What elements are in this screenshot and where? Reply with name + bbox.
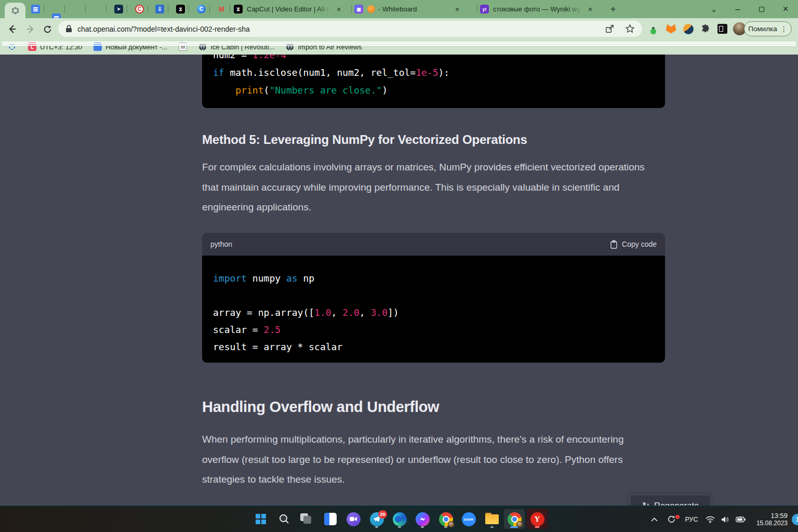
bookmarks-bar: L UTC+3: 12:30 Новый документ -... M Ice… [0, 39, 798, 55]
widgets-app-button[interactable] [320, 509, 341, 529]
lock-icon [65, 25, 72, 33]
tab-whiteboard[interactable]: ▣ - Whiteboard × [354, 0, 476, 18]
folder-icon [485, 514, 499, 524]
language-indicator[interactable]: РУС [681, 516, 702, 523]
doc-icon [94, 43, 102, 51]
capcut-favicon: ⧖ [234, 5, 243, 14]
tab-close-icon[interactable]: × [586, 5, 595, 14]
tab-title: - Whiteboard [378, 5, 448, 13]
date-label: 15.08.2023 [749, 520, 788, 527]
wifi-icon[interactable] [702, 516, 718, 523]
notification-button[interactable]: 1 [788, 514, 798, 525]
edge-button[interactable] [389, 509, 410, 529]
pinned-tab-chatgpt-active[interactable] [5, 3, 25, 18]
tab-separator [477, 5, 477, 13]
search-button[interactable] [274, 509, 295, 529]
forward-button[interactable] [25, 23, 36, 35]
pinned-tab-c-icon[interactable]: C [197, 5, 206, 14]
emoji-icon [367, 5, 375, 13]
chrome-active-button[interactable] [504, 509, 525, 529]
video-camera-icon [347, 512, 361, 526]
profile-mini-avatar [516, 521, 523, 528]
running-indicator [535, 526, 540, 528]
tab-yandex-search[interactable]: y! стоковые фото — Wyniki wyszuk × [480, 0, 602, 18]
copy-code-label: Copy code [622, 240, 657, 248]
sync-tray-icon[interactable] [662, 515, 681, 524]
back-button[interactable] [6, 23, 18, 35]
url-text: chat.openai.com/?model=text-davinci-002-… [77, 25, 250, 33]
zoom-app-button[interactable]: zoom [458, 509, 479, 529]
tab-close-icon[interactable]: × [453, 5, 462, 14]
maximize-button[interactable] [750, 0, 773, 18]
pinned-tab-deepl-icon[interactable] [114, 5, 123, 14]
task-view-button[interactable] [297, 509, 317, 529]
code-language-label: python [210, 240, 232, 248]
battery-icon[interactable] [733, 516, 749, 523]
video-app-button[interactable] [343, 509, 364, 529]
chrome-icon [439, 512, 453, 526]
start-button[interactable] [250, 509, 271, 529]
yandex-browser-button[interactable]: Y [527, 509, 548, 529]
tab-title: стоковые фото — Wyniki wyszuk [493, 5, 581, 13]
tab-title: CapCut | Video Editor | All-In-On [247, 5, 330, 13]
tab-separator [44, 5, 44, 13]
tab-separator [148, 5, 148, 13]
pinned-tab-downloads-icon[interactable]: ⇩ [155, 5, 164, 14]
volume-icon[interactable] [718, 516, 733, 523]
telegram-button[interactable]: 29 [366, 509, 387, 529]
tab-close-icon[interactable]: × [334, 5, 343, 14]
pinned-tab-capcut-icon[interactable]: ⧖ [176, 5, 185, 14]
pinned-tab-gmail-icon[interactable]: M [217, 5, 226, 14]
tab-search-chevron-icon[interactable]: ⌄ [702, 0, 725, 18]
tray-chevron-button[interactable] [646, 517, 662, 522]
chatgpt-page: num2 = 1.2e-4if math.isclose(num1, num2,… [0, 55, 798, 506]
reload-button[interactable] [42, 23, 53, 35]
zoom-icon: zoom [462, 512, 476, 526]
system-tray: РУС 13:59 15.08.2023 1 [646, 507, 798, 532]
bookmark-new-document[interactable]: Новый документ -... [94, 43, 167, 51]
tab-separator [230, 5, 230, 13]
extension-dropper-icon[interactable] [647, 22, 661, 36]
tab-separator [106, 5, 107, 13]
code-block-numpy: import numpy as np array = np.array([1.0… [202, 256, 665, 363]
running-indicator [490, 526, 494, 528]
share-icon[interactable] [605, 24, 615, 34]
regenerate-button[interactable]: ↻ Regenerate [630, 495, 711, 506]
chrome-button[interactable] [435, 509, 456, 529]
new-tab-button[interactable]: + [607, 3, 619, 16]
paragraph-overflow: When performing multiplications, particu… [202, 430, 662, 490]
file-explorer-button[interactable] [482, 509, 502, 529]
pinned-tab-docs-icon[interactable] [31, 5, 40, 14]
browser-window: C ⇩ ⧖ C M ⧖ CapCut | Video Editor | All-… [0, 0, 798, 532]
extension-metamask-icon[interactable] [664, 22, 678, 36]
extension-swirl-icon[interactable] [681, 22, 695, 36]
tab-strip: C ⇩ ⧖ C M ⧖ CapCut | Video Editor | All-… [0, 0, 798, 18]
close-window-button[interactable]: × [774, 0, 797, 18]
tab-separator [64, 5, 65, 13]
profile-name-button[interactable]: Помилка ⋮ [744, 21, 792, 36]
pinned-tab-copyright-icon[interactable]: C [135, 5, 144, 14]
messenger-button[interactable] [412, 509, 433, 529]
code-block-isclose: num2 = 1.2e-4if math.isclose(num1, num2,… [202, 55, 665, 108]
section-heading-method5: Method 5: Leveraging NumPy for Vectorize… [202, 132, 670, 147]
paragraph-method5: For complex calculations involving array… [202, 157, 662, 218]
section-heading-overflow: Handling Overflow and Underflow [202, 398, 670, 416]
kebab-menu-icon[interactable]: ⋮ [780, 25, 788, 33]
tab-capcut[interactable]: ⧖ CapCut | Video Editor | All-In-On × [234, 0, 350, 18]
regenerate-label: Regenerate [654, 501, 699, 506]
yandex-favicon: y! [480, 5, 489, 14]
extensions-puzzle-icon[interactable] [698, 22, 712, 36]
copy-code-button[interactable]: Copy code [610, 240, 657, 249]
minimize-button[interactable]: – [726, 0, 749, 18]
windows-logo-icon [255, 513, 267, 525]
bookmark-star-icon[interactable] [625, 24, 635, 34]
clipboard-icon [610, 240, 618, 249]
address-bar[interactable]: chat.openai.com/?model=text-davinci-002-… [58, 21, 642, 37]
clock[interactable]: 13:59 15.08.2023 [749, 512, 788, 527]
profile-mini-avatar [448, 521, 455, 528]
extension-darkreader-icon[interactable] [715, 22, 729, 36]
profile-name-label: Помилка [748, 25, 777, 33]
restore-icon [759, 7, 764, 12]
notification-badge: 1 [792, 514, 798, 525]
time-label: 13:59 [749, 512, 788, 520]
